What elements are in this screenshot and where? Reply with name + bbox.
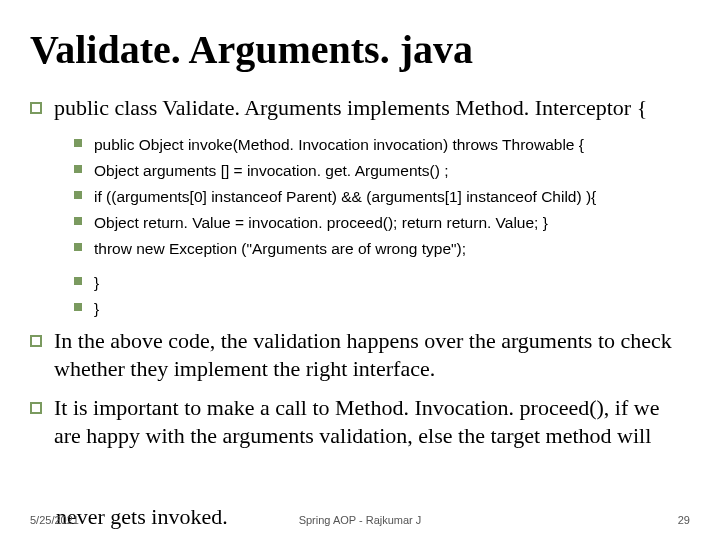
square-outline-icon (30, 335, 42, 347)
sub-bullet-text: } (94, 297, 690, 321)
footer-title: Spring AOP - Rajkumar J (0, 514, 720, 526)
square-outline-icon (30, 102, 42, 114)
slide: Validate. Arguments. java public class V… (0, 0, 720, 540)
sub-bullet: Object arguments [] = invocation. get. A… (74, 159, 690, 183)
sub-bullet-text: if ((arguments[0] instanceof Parent) && … (94, 185, 690, 209)
square-outline-icon (30, 402, 42, 414)
sub-bullet: public Object invoke(Method. Invocation … (74, 133, 690, 157)
bullet-text: It is important to make a call to Method… (54, 394, 690, 451)
bullet-text: In the above code, the validation happen… (54, 327, 690, 384)
bullet-class-decl: public class Validate. Arguments impleme… (30, 94, 690, 123)
square-filled-icon (74, 243, 82, 251)
bullet-explain-2: It is important to make a call to Method… (30, 394, 690, 451)
footer-page-number: 29 (678, 514, 690, 526)
square-filled-icon (74, 165, 82, 173)
sub-bullet: } (74, 271, 690, 295)
square-filled-icon (74, 217, 82, 225)
code-sub-bullets: public Object invoke(Method. Invocation … (74, 133, 690, 321)
bullet-explain-1: In the above code, the validation happen… (30, 327, 690, 384)
sub-bullet: Object return. Value = invocation. proce… (74, 211, 690, 235)
square-filled-icon (74, 191, 82, 199)
sub-bullet-text: public Object invoke(Method. Invocation … (94, 133, 690, 157)
sub-bullet: throw new Exception ("Arguments are of w… (74, 237, 690, 261)
sub-bullet-text: Object return. Value = invocation. proce… (94, 211, 690, 235)
sub-bullet-text: Object arguments [] = invocation. get. A… (94, 159, 690, 183)
square-filled-icon (74, 303, 82, 311)
sub-bullet: } (74, 297, 690, 321)
sub-bullet-text: } (94, 271, 690, 295)
bullet-text: public class Validate. Arguments impleme… (54, 94, 690, 123)
slide-title: Validate. Arguments. java (30, 28, 690, 72)
square-filled-icon (74, 277, 82, 285)
sub-bullet-text: throw new Exception ("Arguments are of w… (94, 237, 690, 261)
sub-bullet: if ((arguments[0] instanceof Parent) && … (74, 185, 690, 209)
square-filled-icon (74, 139, 82, 147)
